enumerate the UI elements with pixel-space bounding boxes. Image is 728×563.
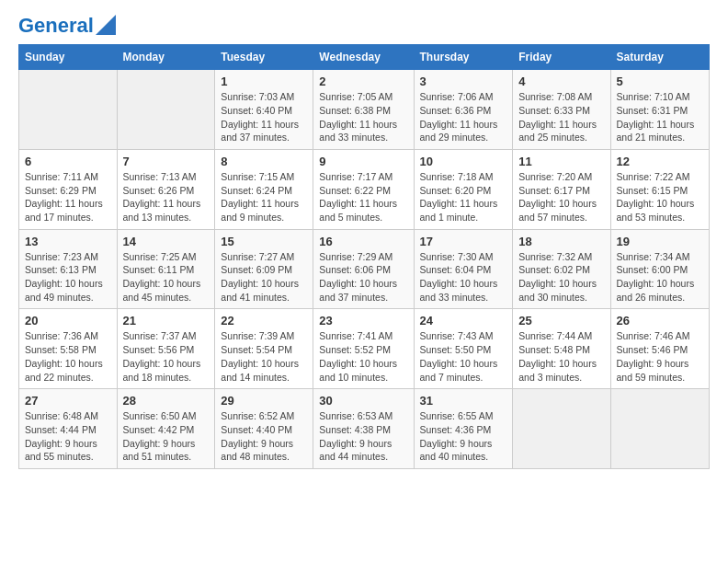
day-number: 28 [123,394,210,408]
cell-info: Sunrise: 7:05 AM Sunset: 6:38 PM Dayligh… [319,90,407,144]
day-number: 31 [420,394,507,408]
day-number: 8 [221,155,307,168]
day-number: 10 [420,155,507,168]
calendar-cell: 16Sunrise: 7:29 AM Sunset: 6:06 PM Dayli… [313,229,414,309]
logo-text: General [18,15,94,37]
day-number: 13 [25,235,111,248]
day-number: 7 [123,155,210,168]
calendar-cell: 28Sunrise: 6:50 AM Sunset: 4:42 PM Dayli… [117,389,215,469]
calendar-week-0: 1Sunrise: 7:03 AM Sunset: 6:40 PM Daylig… [19,70,710,150]
cell-info: Sunrise: 7:43 AM Sunset: 5:50 PM Dayligh… [420,329,507,384]
day-number: 29 [221,394,307,408]
day-number: 11 [518,155,604,168]
cell-info: Sunrise: 7:37 AM Sunset: 5:56 PM Dayligh… [123,329,210,384]
cell-info: Sunrise: 6:53 AM Sunset: 4:38 PM Dayligh… [319,409,407,464]
day-number: 9 [319,155,407,168]
calendar-cell: 21Sunrise: 7:37 AM Sunset: 5:56 PM Dayli… [117,309,215,389]
calendar-cell: 29Sunrise: 6:52 AM Sunset: 4:40 PM Dayli… [215,389,313,469]
calendar-cell: 17Sunrise: 7:30 AM Sunset: 6:04 PM Dayli… [414,229,513,309]
calendar-body: 1Sunrise: 7:03 AM Sunset: 6:40 PM Daylig… [19,70,710,469]
cell-info: Sunrise: 7:27 AM Sunset: 6:09 PM Dayligh… [221,250,307,304]
calendar-week-2: 13Sunrise: 7:23 AM Sunset: 6:13 PM Dayli… [19,229,710,309]
calendar-cell: 9Sunrise: 7:17 AM Sunset: 6:22 PM Daylig… [313,149,414,229]
cell-info: Sunrise: 7:18 AM Sunset: 6:20 PM Dayligh… [420,170,507,224]
cell-info: Sunrise: 7:20 AM Sunset: 6:17 PM Dayligh… [518,170,604,224]
calendar-week-1: 6Sunrise: 7:11 AM Sunset: 6:29 PM Daylig… [19,149,710,229]
cell-info: Sunrise: 6:48 AM Sunset: 4:44 PM Dayligh… [25,409,111,464]
cell-info: Sunrise: 7:32 AM Sunset: 6:02 PM Dayligh… [518,250,604,304]
header-area: General [18,15,710,37]
day-number: 24 [420,314,507,327]
calendar-cell: 4Sunrise: 7:08 AM Sunset: 6:33 PM Daylig… [513,70,610,150]
day-number: 3 [420,75,507,88]
cell-info: Sunrise: 6:52 AM Sunset: 4:40 PM Dayligh… [221,409,307,464]
calendar-week-3: 20Sunrise: 7:36 AM Sunset: 5:58 PM Dayli… [19,309,710,389]
day-number: 18 [518,235,604,248]
cell-info: Sunrise: 6:55 AM Sunset: 4:36 PM Dayligh… [420,409,507,464]
calendar-cell: 12Sunrise: 7:22 AM Sunset: 6:15 PM Dayli… [610,149,709,229]
day-number: 21 [123,314,210,327]
calendar-cell [117,70,215,150]
cell-info: Sunrise: 7:36 AM Sunset: 5:58 PM Dayligh… [25,329,111,384]
calendar-cell [610,389,709,469]
cell-info: Sunrise: 7:23 AM Sunset: 6:13 PM Dayligh… [25,250,111,304]
cell-info: Sunrise: 7:44 AM Sunset: 5:48 PM Dayligh… [518,329,604,384]
header-day-friday: Friday [513,45,610,70]
cell-info: Sunrise: 7:10 AM Sunset: 6:31 PM Dayligh… [617,90,703,144]
calendar-cell: 23Sunrise: 7:41 AM Sunset: 5:52 PM Dayli… [313,309,414,389]
calendar-cell [513,389,610,469]
cell-info: Sunrise: 7:11 AM Sunset: 6:29 PM Dayligh… [25,170,111,224]
day-number: 1 [221,75,307,88]
day-number: 27 [25,394,111,408]
calendar-cell: 6Sunrise: 7:11 AM Sunset: 6:29 PM Daylig… [19,149,118,229]
calendar-week-4: 27Sunrise: 6:48 AM Sunset: 4:44 PM Dayli… [19,389,710,469]
cell-info: Sunrise: 7:46 AM Sunset: 5:46 PM Dayligh… [617,329,703,384]
day-number: 26 [617,314,703,327]
calendar-cell: 11Sunrise: 7:20 AM Sunset: 6:17 PM Dayli… [513,149,610,229]
cell-info: Sunrise: 7:25 AM Sunset: 6:11 PM Dayligh… [123,250,210,304]
calendar-cell: 31Sunrise: 6:55 AM Sunset: 4:36 PM Dayli… [414,389,513,469]
day-number: 22 [221,314,307,327]
cell-info: Sunrise: 7:13 AM Sunset: 6:26 PM Dayligh… [123,170,210,224]
cell-info: Sunrise: 7:30 AM Sunset: 6:04 PM Dayligh… [420,250,507,304]
cell-info: Sunrise: 6:50 AM Sunset: 4:42 PM Dayligh… [123,409,210,464]
calendar-cell: 2Sunrise: 7:05 AM Sunset: 6:38 PM Daylig… [313,70,414,150]
day-number: 17 [420,235,507,248]
calendar-cell: 3Sunrise: 7:06 AM Sunset: 6:36 PM Daylig… [414,70,513,150]
day-number: 14 [123,235,210,248]
logo: General [18,15,116,37]
cell-info: Sunrise: 7:08 AM Sunset: 6:33 PM Dayligh… [518,90,604,144]
day-number: 23 [319,314,407,327]
calendar-cell: 18Sunrise: 7:32 AM Sunset: 6:02 PM Dayli… [513,229,610,309]
header-day-thursday: Thursday [414,45,513,70]
calendar-cell: 22Sunrise: 7:39 AM Sunset: 5:54 PM Dayli… [215,309,313,389]
calendar-cell: 14Sunrise: 7:25 AM Sunset: 6:11 PM Dayli… [117,229,215,309]
header-row: SundayMondayTuesdayWednesdayThursdayFrid… [19,45,710,70]
day-number: 5 [617,75,703,88]
calendar-cell: 5Sunrise: 7:10 AM Sunset: 6:31 PM Daylig… [610,70,709,150]
calendar-cell: 30Sunrise: 6:53 AM Sunset: 4:38 PM Dayli… [313,389,414,469]
calendar-cell [19,70,118,150]
day-number: 25 [518,314,604,327]
calendar-cell: 10Sunrise: 7:18 AM Sunset: 6:20 PM Dayli… [414,149,513,229]
day-number: 4 [518,75,604,88]
cell-info: Sunrise: 7:34 AM Sunset: 6:00 PM Dayligh… [617,250,703,304]
logo-arrow-icon [96,15,116,35]
calendar-table: SundayMondayTuesdayWednesdayThursdayFrid… [18,44,710,469]
calendar-cell: 19Sunrise: 7:34 AM Sunset: 6:00 PM Dayli… [610,229,709,309]
day-number: 12 [617,155,703,168]
calendar-cell: 15Sunrise: 7:27 AM Sunset: 6:09 PM Dayli… [215,229,313,309]
day-number: 16 [319,235,407,248]
cell-info: Sunrise: 7:15 AM Sunset: 6:24 PM Dayligh… [221,170,307,224]
calendar-cell: 25Sunrise: 7:44 AM Sunset: 5:48 PM Dayli… [513,309,610,389]
svg-marker-0 [96,15,116,35]
calendar-cell: 13Sunrise: 7:23 AM Sunset: 6:13 PM Dayli… [19,229,118,309]
cell-info: Sunrise: 7:39 AM Sunset: 5:54 PM Dayligh… [221,329,307,384]
cell-info: Sunrise: 7:03 AM Sunset: 6:40 PM Dayligh… [221,90,307,144]
cell-info: Sunrise: 7:29 AM Sunset: 6:06 PM Dayligh… [319,250,407,304]
header-day-wednesday: Wednesday [313,45,414,70]
day-number: 6 [25,155,111,168]
calendar-cell: 8Sunrise: 7:15 AM Sunset: 6:24 PM Daylig… [215,149,313,229]
day-number: 15 [221,235,307,248]
calendar-cell: 1Sunrise: 7:03 AM Sunset: 6:40 PM Daylig… [215,70,313,150]
